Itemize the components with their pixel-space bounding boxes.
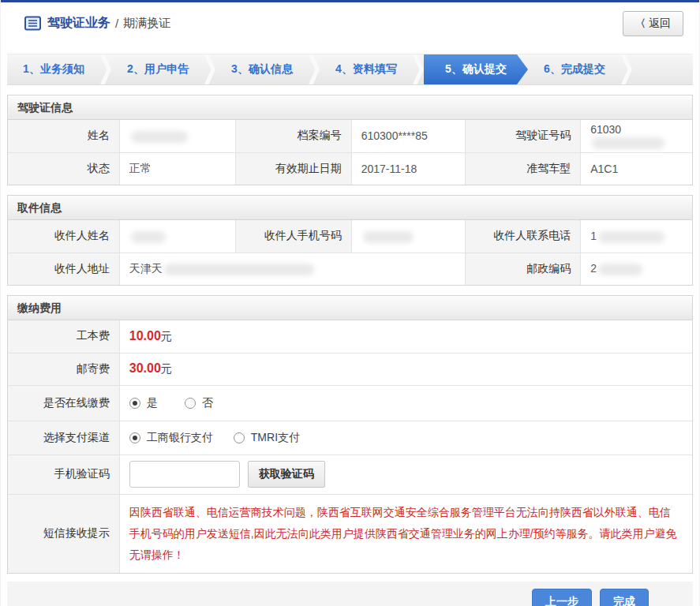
step-3-confirm-info: 3、确认信息 — [215, 54, 309, 84]
step-6-complete-submit: 6、完成提交 — [528, 54, 621, 84]
field-value-name — [119, 120, 235, 152]
license-info-section: 驾驶证信息 姓名 档案编号 610300****85 驾驶证号码 61030 状… — [7, 95, 693, 185]
sms-notice-text: 因陕西省联通、电信运营商技术问题，陕西省互联网交通安全综合服务管理平台无法向持陕… — [129, 495, 692, 573]
radio-unchecked-icon[interactable] — [234, 432, 245, 443]
field-label-expiry-date: 有效期止日期 — [236, 152, 352, 185]
finish-button[interactable]: 完成 — [600, 589, 649, 606]
table-row: 选择支付渠道 工商银行支付 TMRI支付 — [8, 421, 692, 454]
field-value-recipient-address: 天津天 — [119, 252, 465, 285]
get-code-button[interactable]: 获取验证码 — [248, 461, 325, 488]
list-icon — [24, 16, 41, 31]
pickup-info-section: 取件信息 收件人姓名 收件人手机号码 收件人联系电话 1 收件人地址 天津天 邮… — [7, 195, 693, 286]
table-row: 收件人姓名 收件人手机号码 收件人联系电话 1 — [8, 220, 692, 252]
field-value-recipient-name — [119, 220, 235, 252]
pickup-info-table: 收件人姓名 收件人手机号码 收件人联系电话 1 收件人地址 天津天 邮政编码 2 — [8, 220, 692, 285]
step-4-fill-data: 4、资料填写 — [320, 54, 413, 84]
redacted-value — [598, 264, 642, 275]
fee-unit: 元 — [161, 362, 172, 375]
step-2-user-declaration: 2、用户申告 — [111, 54, 204, 84]
field-value-expiry-date: 2017-11-18 — [351, 152, 465, 185]
field-label-file-number: 档案编号 — [236, 120, 352, 152]
table-row: 工本费 10.00元 — [8, 320, 692, 353]
field-value-postal-code: 2 — [581, 252, 692, 285]
radio-option-yes[interactable]: 是 — [129, 396, 158, 410]
field-label-postal-code: 邮政编码 — [465, 252, 581, 285]
breadcrumb-current: 期满换证 — [123, 16, 170, 31]
sms-code-cell: 获取验证码 — [119, 454, 692, 494]
license-section-title: 驾驶证信息 — [8, 95, 692, 120]
radio-label: 否 — [202, 396, 213, 410]
page-header: 驾驶证业务 / 期满换证 〈 返回 — [1, 2, 699, 44]
field-label-sms-code: 手机验证码 — [8, 454, 119, 494]
step-separator — [309, 54, 320, 84]
payment-section-title: 缴纳费用 — [8, 296, 692, 320]
step-1-business-notice: 1、业务须知 — [7, 54, 100, 84]
payment-channel-options: 工商银行支付 TMRI支付 — [119, 421, 692, 454]
sms-code-input[interactable] — [129, 461, 240, 488]
field-label-license-number: 驾驶证号码 — [465, 120, 581, 152]
field-label-status: 状态 — [8, 152, 119, 185]
field-label-pay-online: 是否在线缴费 — [8, 385, 119, 421]
table-row: 是否在线缴费 是 否 — [8, 385, 692, 421]
field-label-recipient-phone: 收件人联系电话 — [465, 220, 581, 252]
back-button[interactable]: 〈 返回 — [623, 11, 683, 36]
step-separator — [621, 54, 632, 84]
field-value-recipient-phone: 1 — [581, 220, 692, 252]
field-label-payment-channel: 选择支付渠道 — [8, 421, 119, 454]
field-label-recipient-name: 收件人姓名 — [8, 220, 119, 252]
back-chevron-icon: 〈 — [635, 17, 646, 31]
field-value-mailing-fee: 30.00元 — [119, 353, 692, 385]
back-button-label: 返回 — [649, 17, 671, 31]
redacted-value — [164, 264, 314, 275]
field-label-recipient-address: 收件人地址 — [8, 252, 119, 285]
footer-action-bar: 上一步 完成 — [7, 582, 693, 606]
field-value-file-number: 610300****85 — [351, 120, 465, 152]
radio-label: 工商银行支付 — [147, 431, 213, 445]
breadcrumb-separator: / — [115, 17, 118, 30]
radio-checked-icon[interactable] — [129, 432, 140, 443]
redacted-value — [592, 137, 664, 149]
field-value-status: 正常 — [119, 152, 235, 185]
pay-online-options: 是 否 — [119, 385, 692, 421]
page-title: 驾驶证业务 — [47, 15, 110, 32]
fee-amount: 30.00 — [129, 361, 161, 375]
redacted-value — [131, 231, 166, 243]
fee-amount: 10.00 — [129, 329, 161, 342]
redacted-value — [363, 231, 414, 243]
redacted-value — [598, 231, 664, 243]
radio-option-icbc[interactable]: 工商银行支付 — [129, 431, 213, 445]
step-5-confirm-submit-active: 5、确认提交 — [424, 54, 528, 84]
pickup-section-title: 取件信息 — [8, 196, 692, 220]
table-row: 收件人地址 天津天 邮政编码 2 — [8, 252, 692, 285]
table-row: 状态 正常 有效期止日期 2017-11-18 准驾车型 A1C1 — [8, 152, 692, 185]
field-value-recipient-mobile — [351, 220, 465, 252]
sms-notice-cell: 因陕西省联通、电信运营商技术问题，陕西省互联网交通安全综合服务管理平台无法向持陕… — [119, 494, 692, 573]
step-separator — [204, 54, 215, 84]
step-bar-tail — [632, 54, 693, 84]
field-value-license-number: 61030 — [581, 120, 692, 152]
table-row: 邮寄费 30.00元 — [8, 353, 692, 385]
field-label-name: 姓名 — [8, 120, 119, 152]
step-progress-bar: 1、业务须知 2、用户申告 3、确认信息 4、资料填写 5、确认提交 6、完成提… — [7, 54, 693, 85]
table-row: 手机验证码 获取验证码 — [8, 454, 692, 494]
radio-option-tmri[interactable]: TMRI支付 — [234, 431, 300, 445]
field-label-recipient-mobile: 收件人手机号码 — [236, 220, 352, 252]
payment-fee-section: 缴纳费用 工本费 10.00元 邮寄费 30.00元 是否在线缴费 是 否 选择… — [7, 295, 693, 574]
fee-unit: 元 — [161, 330, 172, 342]
field-label-vehicle-class: 准驾车型 — [465, 152, 581, 185]
field-label-sms-notice: 短信接收提示 — [8, 494, 119, 573]
field-value-production-fee: 10.00元 — [119, 320, 692, 353]
radio-checked-icon[interactable] — [129, 398, 140, 409]
radio-option-no[interactable]: 否 — [185, 396, 213, 410]
table-row: 短信接收提示 因陕西省联通、电信运营商技术问题，陕西省互联网交通安全综合服务管理… — [8, 494, 692, 573]
radio-label: TMRI支付 — [251, 431, 300, 445]
field-label-production-fee: 工本费 — [8, 320, 119, 353]
radio-unchecked-icon[interactable] — [185, 398, 196, 409]
prev-step-button[interactable]: 上一步 — [532, 589, 592, 606]
field-value-vehicle-class: A1C1 — [581, 152, 692, 185]
step-separator — [100, 54, 111, 84]
step-separator — [413, 54, 424, 84]
table-row: 姓名 档案编号 610300****85 驾驶证号码 61030 — [8, 120, 692, 152]
payment-fee-table: 工本费 10.00元 邮寄费 30.00元 是否在线缴费 是 否 选择支付渠道 … — [8, 320, 692, 573]
radio-label: 是 — [147, 396, 158, 410]
